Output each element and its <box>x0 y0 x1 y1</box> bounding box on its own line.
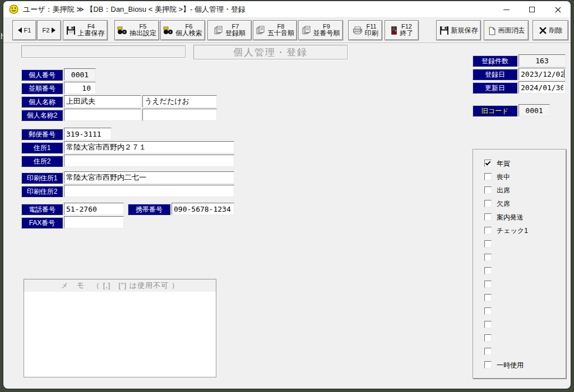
floppy-disk-icon <box>439 26 449 35</box>
prev-record-button[interactable]: F1 <box>12 20 36 40</box>
field-label-denwa-bango: 電話番号 <box>21 204 63 215</box>
toroku-kensu-value: 163 <box>519 54 566 67</box>
field-label-kojin-meisho: 個人名称 <box>21 96 63 108</box>
checkbox-blank[interactable] <box>484 348 492 355</box>
checkbox-label: 案内発送 <box>497 213 524 222</box>
memo-input[interactable] <box>24 292 216 377</box>
checkbox-blank[interactable] <box>484 254 492 261</box>
delete-button[interactable]: 削除 <box>533 20 568 40</box>
person-search-button[interactable]: F6 個人検索 <box>160 20 205 40</box>
koshin-bi-input[interactable] <box>519 81 566 94</box>
pages-stack-icon <box>214 26 223 35</box>
jusho2-input[interactable] <box>64 155 234 167</box>
checkbox-blank[interactable] <box>484 294 492 301</box>
kyu-code-value: 0001 <box>519 104 550 116</box>
f2-key-label: F2 <box>43 27 50 34</box>
new-document-icon <box>488 26 496 35</box>
floppy-disk-icon <box>66 26 76 35</box>
close-icon <box>555 7 561 13</box>
exit-button[interactable]: F12 終了 <box>385 20 419 40</box>
checkbox-annai-hasso[interactable] <box>484 213 492 221</box>
screen-title: 個人管理・登録 <box>193 45 348 59</box>
field-label-kojin-bango: 個人番号 <box>21 69 63 81</box>
status-display-box <box>21 45 186 58</box>
field-label-jusho1: 住所1 <box>21 142 63 153</box>
maximize-icon <box>529 7 535 12</box>
titlebar: ユーザ：美押院 ≫ 【DB：Dan_Biosu < 美押院 >】- 個人管理・登… <box>3 1 571 18</box>
field-label-insatsu-jusho2: 印刷住所2 <box>21 186 63 197</box>
f6-label: 個人検索 <box>175 30 202 37</box>
sort-by-kana-button[interactable]: F8 五十音順 <box>253 20 297 40</box>
memo-header: メ モ （ [,] [”] は使用不可 ） <box>24 279 216 292</box>
f7-label: 登録順 <box>225 30 246 37</box>
arrow-right-icon <box>52 27 55 33</box>
smiley-app-icon <box>9 4 18 14</box>
f11-label: 印刷 <box>365 30 378 37</box>
binoculars-icon <box>117 26 127 35</box>
yubin-bango-input[interactable] <box>64 128 112 140</box>
denwa-bango-input[interactable] <box>64 203 124 215</box>
field-label-toroku-kensu: 登録件数 <box>473 55 517 67</box>
checkbox-ichiji-shiyo[interactable] <box>484 361 492 368</box>
minimize-button[interactable] <box>493 1 519 18</box>
kojin-meisho-kana-input[interactable] <box>142 95 217 108</box>
printer-icon <box>353 26 363 35</box>
window-title: ユーザ：美押院 ≫ 【DB：Dan_Biosu < 美押院 >】- 個人管理・登… <box>23 4 246 15</box>
kojin-meisho-input[interactable] <box>64 95 141 108</box>
pages-stack-icon <box>256 26 265 35</box>
checkbox-blank[interactable] <box>484 267 492 274</box>
arrow-left-icon <box>18 27 22 33</box>
checkbox-nenga[interactable] <box>484 160 492 167</box>
namijun-bango-input[interactable] <box>64 82 96 94</box>
f12-label: 終了 <box>400 30 414 37</box>
checkbox-label: 欠席 <box>497 199 510 209</box>
save-new-label: 新規保存 <box>451 26 478 35</box>
insatsu-jusho2-input[interactable] <box>64 185 234 197</box>
checkbox-mochu[interactable] <box>484 173 492 180</box>
save-new-button[interactable]: 新規保存 <box>436 20 481 40</box>
close-button[interactable] <box>545 1 571 18</box>
keitai-bango-input[interactable] <box>172 203 234 215</box>
delete-x-icon <box>539 26 547 35</box>
checkbox-label: 一時使用 <box>497 361 524 370</box>
f8-label: 五十音順 <box>267 30 294 37</box>
field-label-kojin-meisho2: 個人名称2 <box>21 110 63 121</box>
maximize-button[interactable] <box>519 1 545 18</box>
app-window: ユーザ：美押院 ≫ 【DB：Dan_Biosu < 美押院 >】- 個人管理・登… <box>3 1 571 389</box>
checkbox-blank[interactable] <box>484 321 492 328</box>
kojin-meisho2-input[interactable] <box>64 109 141 121</box>
insatsu-jusho1-input[interactable] <box>64 171 234 184</box>
filter-settings-button[interactable]: F5 抽出設定 <box>114 20 159 40</box>
checkbox-blank[interactable] <box>484 240 492 248</box>
fax-bango-input[interactable] <box>64 216 124 228</box>
field-label-namijun-bango: 並順番号 <box>21 83 63 94</box>
f1-key-label: F1 <box>24 27 31 34</box>
field-label-koshin-bi: 更新日 <box>473 82 517 94</box>
next-record-button[interactable]: F2 <box>37 20 61 40</box>
minimize-icon <box>503 10 510 10</box>
binoculars-icon <box>163 26 173 35</box>
field-label-keitai-bango: 携帯番号 <box>128 204 170 215</box>
checkbox-shusseki[interactable] <box>484 186 492 194</box>
text-caret <box>564 69 564 78</box>
sort-by-registration-button[interactable]: F7 登録順 <box>207 20 252 40</box>
sort-by-number-button[interactable]: F9 並番号順 <box>298 20 343 40</box>
print-button[interactable]: F11 印刷 <box>348 20 382 40</box>
checkbox-check1[interactable] <box>484 227 492 234</box>
delete-label: 削除 <box>549 26 563 35</box>
field-label-jusho2: 住所2 <box>21 156 63 167</box>
jusho1-input[interactable] <box>64 141 234 153</box>
clear-screen-button[interactable]: 画面消去 <box>484 20 529 40</box>
checkbox-label: 年賀 <box>497 159 510 169</box>
kojin-meisho2-kana-input[interactable] <box>142 109 217 121</box>
field-label-insatsu-jusho1: 印刷住所1 <box>21 172 63 184</box>
pages-stack-icon <box>302 26 311 35</box>
checkbox-label: 出席 <box>497 186 510 195</box>
toroku-bi-input[interactable] <box>519 68 566 80</box>
checkbox-blank[interactable] <box>484 334 492 342</box>
checkbox-blank[interactable] <box>484 281 492 288</box>
overwrite-save-button[interactable]: F4 上書保存 <box>63 20 108 40</box>
kojin-bango-value: 0001 <box>64 68 96 81</box>
checkbox-kesseki[interactable] <box>484 200 492 207</box>
checkbox-blank[interactable] <box>484 307 492 315</box>
